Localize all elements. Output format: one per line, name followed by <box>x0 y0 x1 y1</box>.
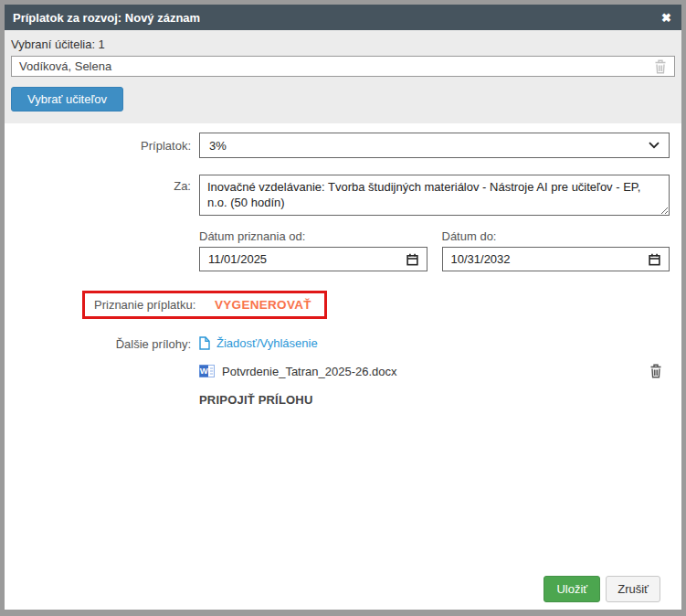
calendar-icon[interactable] <box>649 253 660 266</box>
teacher-name: Vodíková, Selena <box>19 59 111 73</box>
cancel-button[interactable]: Zrušiť <box>606 576 660 602</box>
trash-icon[interactable] <box>649 364 662 378</box>
attached-file-row: W Potvrdenie_Tatran_2025-26.docx <box>199 364 670 378</box>
select-teachers-button[interactable]: Vybrať učiteľov <box>11 87 123 112</box>
priznanie-label: Priznanie príplatku: <box>94 298 202 312</box>
chevron-down-icon <box>649 142 660 149</box>
save-button[interactable]: Uložiť <box>544 576 600 602</box>
za-label: Za: <box>5 175 199 218</box>
modal-dialog: Príplatok za rozvoj: Nový záznam ✖ Vybra… <box>0 0 686 616</box>
date-to-input[interactable] <box>451 252 649 266</box>
svg-text:W: W <box>200 366 208 376</box>
teacher-section: Vybraní účitelia: 1 Vodíková, Selena Vyb… <box>5 30 681 123</box>
attachments-label: Ďalšie prílohy: <box>5 336 199 407</box>
modal-footer: Uložiť Zrušiť <box>5 576 670 610</box>
date-to-label: Dátum do: <box>442 229 670 243</box>
trash-icon[interactable] <box>654 59 667 74</box>
word-file-icon: W <box>199 364 215 378</box>
request-declaration-label: Žiadosť/Vyhlásenie <box>216 336 318 350</box>
generate-link[interactable]: VYGENEROVAŤ <box>215 298 311 312</box>
date-to-field[interactable] <box>442 247 670 271</box>
za-textarea[interactable]: Inovačné vzdelávanie: Tvorba študijných … <box>199 175 670 216</box>
date-from-label: Dátum priznania od: <box>199 229 427 243</box>
date-from-field[interactable] <box>199 247 427 271</box>
document-icon <box>199 336 210 350</box>
modal-title: Príplatok za rozvoj: Nový záznam <box>13 11 200 25</box>
priplatok-select[interactable]: 3% <box>199 133 670 158</box>
attach-file-button[interactable]: PRIPOJIŤ PRÍLOHU <box>199 393 670 407</box>
date-from-input[interactable] <box>208 252 406 266</box>
close-icon[interactable]: ✖ <box>661 12 671 24</box>
request-declaration-link[interactable]: Žiadosť/Vyhlásenie <box>199 336 670 350</box>
modal-header: Príplatok za rozvoj: Nový záznam ✖ <box>5 5 681 30</box>
priplatok-selected-value: 3% <box>209 139 227 153</box>
calendar-icon[interactable] <box>406 253 418 266</box>
priplatok-label: Príplatok: <box>5 139 199 153</box>
selected-teacher-row: Vodíková, Selena <box>11 56 675 77</box>
attached-file-name: Potvrdenie_Tatran_2025-26.docx <box>222 365 397 378</box>
selected-teachers-label: Vybraní účitelia: 1 <box>11 37 675 51</box>
priznanie-highlight-box: Priznanie príplatku: VYGENEROVAŤ <box>82 291 327 319</box>
form-area: Príplatok: 3% Za: Inovačné vzdelávanie: … <box>5 123 681 610</box>
